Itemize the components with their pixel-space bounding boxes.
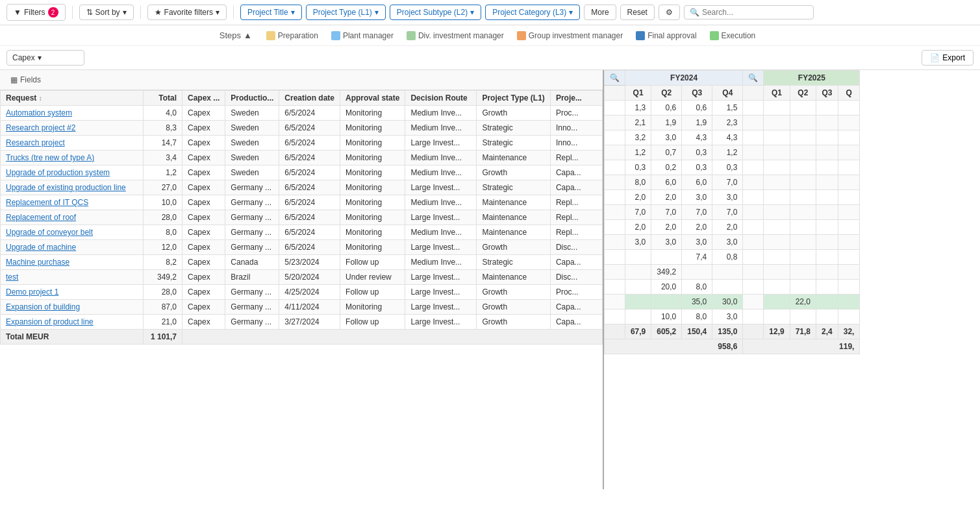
decision-cell: Large Invest...: [405, 136, 477, 151]
date-cell: 6/5/2024: [279, 165, 340, 180]
reset-button[interactable]: Reset: [620, 5, 655, 20]
fy-spacer: [604, 220, 625, 235]
step-execution: Execution: [710, 31, 756, 40]
q3-25-cell: [816, 160, 838, 175]
fy-spacer2: [743, 145, 764, 160]
request-cell[interactable]: Research project #2: [1, 121, 144, 136]
q3-25-cell: [816, 250, 838, 265]
sort-icon: ⇅: [86, 8, 93, 17]
pt-chevron: ▾: [291, 8, 295, 17]
fields-button[interactable]: ▦ Fields: [5, 73, 46, 87]
decision-cell: Large Invest...: [405, 240, 477, 255]
fy-spacer2: [743, 295, 764, 310]
search-input[interactable]: [702, 8, 808, 17]
request-cell[interactable]: Trucks (tre new of type A): [1, 151, 144, 165]
q4-25-cell: [838, 145, 860, 160]
psub-chevron: ▾: [470, 8, 474, 17]
q1-25-cell: [764, 160, 790, 175]
total-fy-spacer2: [743, 324, 764, 339]
table-row: 0,3 0,2 0,3 0,3: [604, 160, 860, 175]
request-cell[interactable]: Expansion of product line: [1, 315, 144, 330]
q1-25-cell: [764, 310, 790, 324]
q2-2024-header: Q2: [651, 86, 682, 101]
q3-24-cell: 7,0: [682, 205, 712, 220]
approval-cell: Monitoring: [340, 240, 405, 255]
q3-25-cell: [816, 190, 838, 205]
request-cell[interactable]: Expansion of building: [1, 300, 144, 315]
request-cell[interactable]: Automation system: [1, 106, 144, 121]
q2-25-cell: [790, 265, 816, 280]
request-cell[interactable]: test: [1, 270, 144, 285]
q4-24-cell: 0,8: [712, 250, 743, 265]
q2-25-cell: [790, 250, 816, 265]
search-box[interactable]: 🔍: [684, 5, 814, 19]
decision-cell: Medium Inve...: [405, 121, 477, 136]
q3-24-cell: 7,4: [682, 250, 712, 265]
total-q4-25: 32,: [838, 324, 860, 339]
more-button[interactable]: More: [584, 5, 616, 20]
capex-cell: Capex: [182, 300, 225, 315]
table-row: 10,0 8,0 3,0: [604, 310, 860, 324]
prod-cell: Germany ...: [225, 210, 279, 225]
prod-cell: Brazil: [225, 270, 279, 285]
prod-cell: Sweden: [225, 151, 279, 165]
col-header-type: Project Type (L1): [477, 91, 550, 106]
q1-24-cell: 8,0: [625, 175, 651, 190]
q3-25-cell: [816, 175, 838, 190]
request-cell[interactable]: Upgrade of existing production line: [1, 180, 144, 195]
request-cell[interactable]: Upgrade of production system: [1, 165, 144, 180]
left-table-body: Automation system 4,0 Capex Sweden 6/5/2…: [1, 106, 603, 345]
project-category-button[interactable]: Project Category (L3) ▾: [485, 5, 580, 20]
capex-select[interactable]: Capex ▾: [6, 50, 84, 66]
q2-25-cell: [790, 175, 816, 190]
request-cell[interactable]: Replacement of IT QCS: [1, 195, 144, 210]
total-cell: 27,0: [144, 180, 182, 195]
q-placeholder2: [743, 86, 764, 101]
date-cell: 6/5/2024: [279, 180, 340, 195]
type-cell: Strategic: [477, 121, 550, 136]
steps-title[interactable]: Steps ▲: [220, 30, 252, 40]
export-button[interactable]: 📄 Export: [922, 50, 974, 66]
favorites-button[interactable]: ★ Favorite filters ▾: [147, 5, 227, 20]
table-row: 7,0 7,0 7,0 7,0: [604, 205, 860, 220]
approval-cell: Monitoring: [340, 151, 405, 165]
totals-row: Total MEUR 1 101,7: [1, 330, 603, 345]
q3-24-cell: 6,0: [682, 175, 712, 190]
project-subtype-button[interactable]: Project Subtype (L2) ▾: [390, 5, 481, 20]
q2-24-cell: 10,0: [651, 310, 682, 324]
project-type-label: Project Type (L1): [313, 8, 372, 17]
total-cell: 21,0: [144, 315, 182, 330]
q3-24-cell: 35,0: [682, 295, 712, 310]
totals-row-right: 67,9 605,2 150,4 135,0 12,9 71,8 2,4 32,: [604, 324, 860, 339]
sort-button[interactable]: ⇅ Sort by ▾: [79, 5, 134, 20]
q3-25-cell: [816, 280, 838, 295]
fy-spacer: [604, 205, 625, 220]
total-q2-24: 605,2: [651, 324, 682, 339]
q4-24-cell: 2,3: [712, 116, 743, 130]
approval-cell: Monitoring: [340, 121, 405, 136]
sub-toolbar: Capex ▾ 📄 Export: [0, 46, 980, 70]
project-type-button[interactable]: Project Type (L1) ▾: [306, 5, 386, 20]
request-cell[interactable]: Demo project 1: [1, 285, 144, 300]
request-cell[interactable]: Upgrade of conveyor belt: [1, 225, 144, 240]
table-area: ▦ Fields Request ↕ Total Capex ... Produ…: [0, 70, 980, 489]
q3-24-cell: 2,0: [682, 220, 712, 235]
approval-cell: Under review: [340, 270, 405, 285]
q3-2024-header: Q3: [682, 86, 712, 101]
table-header: Request ↕ Total Capex ... Productio... C…: [1, 91, 603, 106]
request-cell[interactable]: Machine purchase: [1, 255, 144, 270]
q2-25-cell: [790, 145, 816, 160]
fy-spacer2: [743, 250, 764, 265]
prod-cell: Germany ...: [225, 300, 279, 315]
right-scroll[interactable]: 🔍 FY2024 🔍 FY2025 Q1 Q2 Q3 Q4 Q1 Q2 Q3 Q: [604, 70, 980, 489]
request-cell[interactable]: Upgrade of machine: [1, 240, 144, 255]
project-title-button[interactable]: Project Title ▾: [240, 5, 302, 20]
favorites-label: Favorite filters: [164, 8, 213, 17]
type-cell: Growth: [477, 106, 550, 121]
settings-button[interactable]: ⚙: [659, 5, 680, 20]
request-cell[interactable]: Replacement of roof: [1, 210, 144, 225]
filters-button[interactable]: ▼ Filters 2: [6, 4, 66, 21]
left-scroll[interactable]: Request ↕ Total Capex ... Productio... C…: [0, 90, 603, 489]
request-cell[interactable]: Research project: [1, 136, 144, 151]
q4-24-cell: 0,3: [712, 160, 743, 175]
